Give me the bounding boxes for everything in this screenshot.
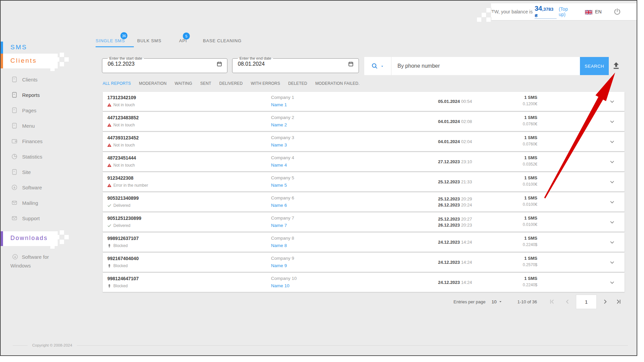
sidebar-item-label: Software (22, 185, 42, 190)
filter-moderation[interactable]: MODERATION (139, 81, 166, 86)
client-name-link[interactable]: Name 7 (271, 223, 287, 228)
power-icon[interactable] (613, 7, 621, 16)
language-selector[interactable]: EN (585, 9, 601, 14)
sms-cost: 0.1200€ (523, 102, 537, 106)
search-input[interactable] (391, 63, 580, 69)
uk-flag-icon (585, 10, 592, 14)
sidebar-item-support[interactable]: Support (1, 210, 71, 226)
page-number-input[interactable] (576, 295, 597, 309)
time: 14:24 (461, 260, 472, 265)
sidebar-item-software-for-windows[interactable]: Software for Windows (10, 253, 61, 270)
client-name-link[interactable]: Name 3 (271, 142, 287, 147)
sidebar-section-sms[interactable]: SMS (10, 44, 27, 51)
document-icon (11, 107, 18, 114)
sms-count: 1 SMS (523, 95, 537, 100)
last-page-icon[interactable] (615, 298, 622, 305)
sms-cost: 0.0100€ (523, 202, 537, 207)
sms-cost: 0.2240$ (523, 242, 537, 247)
first-page-icon[interactable] (548, 298, 556, 305)
calendar-icon[interactable] (348, 61, 354, 67)
tab-bulk-sms[interactable]: BULK SMS (137, 38, 161, 43)
calendar-icon[interactable] (216, 61, 222, 67)
sidebar-section-clients[interactable]: Clients (10, 57, 37, 64)
sms-cost: 0.0100€ (523, 222, 537, 227)
filter-sent[interactable]: SENT (200, 81, 211, 86)
sidebar-section-downloads[interactable]: Downloads (10, 235, 48, 242)
sms-count: 1 SMS (523, 216, 537, 221)
table-row: 447393123452Not in touchCompany 3Name 30… (103, 132, 625, 151)
sms-cost: 0.0100€ (523, 182, 537, 187)
expand-chevron-down-icon[interactable] (609, 199, 615, 205)
warning-icon (107, 183, 112, 188)
sms-cost: 0.0352€ (523, 162, 537, 167)
tab-base-cleaning[interactable]: BASE CLEANING (203, 38, 241, 43)
client-name-link[interactable]: Name 5 (271, 183, 287, 188)
filter-waiting[interactable]: WAITING (175, 81, 192, 86)
filter-deleted[interactable]: DELETED (288, 81, 307, 86)
filter-moderation-failed[interactable]: MODERATION FAILED. (315, 81, 360, 86)
date: 04.01.2024 (438, 119, 460, 124)
entries-per-page-select[interactable]: 10 (491, 299, 502, 304)
caret-down-icon (498, 300, 502, 304)
previous-page-icon[interactable] (564, 298, 571, 305)
status-label: Blocked (113, 263, 128, 268)
document-icon (11, 92, 18, 98)
client-name-link[interactable]: Name 9 (271, 263, 287, 268)
sidebar-item-label: Statistics (22, 154, 42, 160)
next-page-icon[interactable] (601, 298, 609, 305)
sidebar-item-mailing[interactable]: Mailing (1, 195, 71, 210)
expand-chevron-down-icon[interactable] (609, 219, 615, 226)
start-date-field[interactable]: Enter the start date (102, 56, 227, 73)
sms-section-bar (1, 42, 3, 54)
warning-icon (107, 143, 112, 147)
phone-number: 447393123452 (107, 135, 139, 140)
start-date-input[interactable] (107, 61, 182, 67)
sidebar-item-pages[interactable]: Pages (1, 103, 71, 118)
phone-number: 17312342109 (107, 95, 136, 100)
filter-with-errors[interactable]: WITH ERRORS (251, 81, 280, 86)
expand-chevron-down-icon[interactable] (609, 279, 615, 286)
expand-chevron-down-icon[interactable] (609, 159, 615, 165)
envelope-icon (11, 215, 18, 222)
expand-chevron-down-icon[interactable] (609, 98, 615, 105)
expand-chevron-down-icon[interactable] (609, 118, 615, 125)
table-row: 998124647107BlockedCompany 10Name 1024.1… (103, 273, 625, 292)
company-name: Company 1 (271, 95, 294, 100)
client-name-link[interactable]: Name 8 (271, 243, 287, 248)
end-date-input[interactable] (237, 61, 312, 67)
sidebar-item-clients[interactable]: Clients (1, 72, 71, 87)
table-row: 447123483852Not in touchCompany 2Name 20… (103, 112, 625, 131)
company-name: Company 10 (271, 276, 297, 281)
time: 20:27 (461, 217, 472, 222)
top-up-link[interactable]: (Top up) (559, 6, 575, 17)
sidebar-item-finances[interactable]: Finances (1, 133, 71, 149)
expand-chevron-down-icon[interactable] (609, 179, 615, 185)
date-cell: 04.01.2024 02:04 (438, 132, 472, 151)
client-name-link[interactable]: Name 4 (271, 163, 287, 168)
balance-amount[interactable]: 34,3783 ₴ (535, 5, 556, 19)
search-type-dropdown[interactable] (364, 57, 391, 75)
client-name-link[interactable]: Name 6 (271, 203, 287, 208)
tab-single-sms[interactable]: SINGLE SMS (96, 38, 125, 43)
status-label: Blocked (113, 284, 128, 288)
sidebar-item-site[interactable]: Site (1, 164, 71, 180)
end-date-field[interactable]: Enter the end date (232, 56, 359, 73)
sidebar-item-statistics[interactable]: Statistics (1, 149, 71, 164)
search-button[interactable]: SEARCH (580, 57, 609, 75)
date: 04.01.2024 (438, 139, 460, 144)
expand-chevron-down-icon[interactable] (609, 138, 615, 145)
client-name-link[interactable]: Name 2 (271, 122, 287, 127)
client-name-link[interactable]: Name 1 (271, 102, 287, 107)
filter-all-reports[interactable]: ALL REPORTS (103, 81, 131, 86)
date: 25.12.2023 (438, 196, 460, 201)
sidebar-item-menu[interactable]: Menu (1, 118, 71, 133)
time: 20:29 (461, 196, 472, 201)
expand-chevron-down-icon[interactable] (609, 259, 615, 266)
sidebar-item-reports[interactable]: Reports (1, 87, 71, 103)
client-name-link[interactable]: Name 10 (271, 283, 289, 288)
upload-icon[interactable] (611, 61, 621, 70)
sidebar-item-software[interactable]: Software (1, 180, 71, 195)
filter-delivered[interactable]: DELIVERED (219, 81, 243, 86)
sms-count: 1 SMS (523, 276, 537, 281)
expand-chevron-down-icon[interactable] (609, 239, 615, 246)
